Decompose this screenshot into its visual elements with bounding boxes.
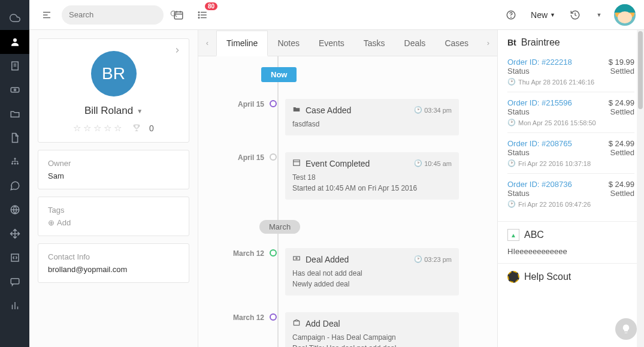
- order-amount: $ 24.99: [609, 139, 634, 148]
- reports-icon[interactable]: [0, 294, 29, 318]
- left-nav-rail: [0, 0, 29, 347]
- order-item[interactable]: Order ID: #222218$ 19.99StatusSettled🕑 T…: [507, 52, 634, 92]
- tab-cases[interactable]: Cases: [435, 30, 478, 56]
- timeline-card[interactable]: Case Added 🕑03:34 pm fasdfasd: [285, 99, 459, 135]
- move-icon[interactable]: [0, 222, 29, 246]
- svg-point-29: [511, 17, 512, 17]
- timeline-title: Deal Added: [306, 255, 414, 264]
- cloud-icon[interactable]: [0, 6, 29, 30]
- org-icon[interactable]: [0, 150, 29, 174]
- timeline-body: Campaign - Has Deal Campaign Deal Title:…: [292, 332, 452, 347]
- timeline-item: March 12 Deal Added 🕑03:23 pm Has deal n…: [198, 248, 489, 295]
- widgets-panel: BtBraintree Order ID: #222218$ 19.99Stat…: [497, 30, 644, 347]
- order-item[interactable]: Order ID: #215596$ 24.99StatusSettled🕑 M…: [507, 92, 634, 132]
- owner-value: Sam: [48, 171, 179, 180]
- company-icon[interactable]: [0, 54, 29, 78]
- order-amount: $ 19.99: [609, 58, 634, 67]
- search-input[interactable]: [69, 10, 170, 19]
- tab-scroll-left[interactable]: ‹: [198, 30, 216, 56]
- timeline-body: Has deal not add deal Newly added deal: [292, 268, 452, 289]
- svg-rect-34: [294, 321, 299, 325]
- order-status-label: Status: [507, 148, 530, 157]
- owner-label: Owner: [48, 159, 179, 168]
- clock-icon: 🕑: [414, 255, 422, 263]
- braintree-title: Braintree: [521, 37, 560, 48]
- order-item[interactable]: Order ID: #208765$ 24.99StatusSettled🕑 F…: [507, 132, 634, 173]
- scrollbar[interactable]: [637, 30, 644, 347]
- globe-icon[interactable]: [0, 198, 29, 222]
- clock-icon: 🕑: [507, 119, 516, 126]
- more-icon[interactable]: ▼: [590, 6, 608, 24]
- order-amount: $ 24.99: [609, 180, 634, 189]
- timeline-dot: [270, 153, 277, 161]
- tags-label: Tags: [48, 206, 179, 215]
- timeline-title: Case Added: [306, 105, 414, 115]
- folder-icon[interactable]: [0, 102, 29, 126]
- hint-fab[interactable]: [615, 318, 637, 340]
- chat-icon[interactable]: [0, 174, 29, 198]
- tab-scroll-right[interactable]: ›: [479, 30, 497, 56]
- contact-name-dropdown[interactable]: Bill Roland ▼: [48, 105, 179, 117]
- timeline-item: March 12 Add Deal Campaign - Has Deal Ca…: [198, 312, 489, 347]
- order-date: 🕑 Thu Apr 28 2016 21:46:16: [507, 78, 634, 86]
- notification-badge: 80: [205, 2, 217, 10]
- timeline-card[interactable]: Add Deal Campaign - Has Deal Campaign De…: [285, 312, 459, 347]
- deals-icon[interactable]: [0, 78, 29, 102]
- now-marker: Now: [261, 67, 297, 82]
- search-box[interactable]: [62, 5, 164, 25]
- order-status-value: Settled: [610, 107, 634, 116]
- timeline-dot: [270, 100, 277, 107]
- order-item[interactable]: Order ID: #208736$ 24.99StatusSettled🕑 F…: [507, 173, 634, 214]
- add-tag-button[interactable]: ⊕ Add: [48, 218, 179, 227]
- abc-title: ABC: [524, 230, 544, 240]
- timeline-date: April 15: [198, 152, 269, 200]
- expand-icon[interactable]: [173, 46, 182, 56]
- tab-tasks[interactable]: Tasks: [354, 30, 395, 56]
- detail-tabs: ‹ Timeline Notes Events Tasks Deals Case…: [198, 30, 497, 56]
- timeline-scroll[interactable]: Now April 15 Case Added 🕑03:34 pm fasdfa…: [198, 56, 497, 347]
- tasks-icon[interactable]: 80: [193, 6, 211, 24]
- tab-deals[interactable]: Deals: [395, 30, 436, 56]
- timeline-dot: [270, 313, 277, 321]
- braintree-logo: Bt: [507, 38, 516, 47]
- timeline-dot: [270, 249, 277, 257]
- star-rating[interactable]: ☆☆☆☆☆: [73, 123, 124, 134]
- tab-timeline[interactable]: Timeline: [216, 31, 268, 56]
- new-button[interactable]: New ▼: [526, 10, 560, 20]
- contact-icon[interactable]: [0, 30, 29, 54]
- tags-card: Tags ⊕ Add: [38, 197, 189, 236]
- comment-icon[interactable]: [0, 270, 29, 294]
- menu-toggle-icon[interactable]: [38, 6, 56, 24]
- calendar-icon: [292, 158, 301, 168]
- money-icon: [292, 254, 301, 264]
- tab-events[interactable]: Events: [309, 30, 354, 56]
- timeline-card[interactable]: Deal Added 🕑03:23 pm Has deal not add de…: [285, 248, 459, 295]
- svg-point-26: [198, 14, 199, 16]
- code-icon[interactable]: [0, 246, 29, 270]
- help-icon[interactable]: [502, 6, 520, 24]
- svg-point-33: [296, 258, 297, 259]
- timeline-card[interactable]: Event Completed 🕑10:45 am Test 18 Starte…: [285, 152, 459, 200]
- svg-point-0: [13, 38, 17, 42]
- new-label: New: [531, 10, 548, 20]
- svg-rect-11: [11, 254, 19, 261]
- svg-point-27: [198, 17, 199, 18]
- tab-notes[interactable]: Notes: [268, 30, 309, 56]
- svg-rect-4: [11, 87, 19, 92]
- timeline-panel: ‹ Timeline Notes Events Tasks Deals Case…: [198, 30, 497, 347]
- document-icon[interactable]: [0, 126, 29, 150]
- calendar-icon[interactable]: [170, 6, 188, 24]
- svg-rect-32: [294, 257, 300, 260]
- score-value: 0: [149, 123, 154, 133]
- svg-point-6: [14, 158, 16, 159]
- user-avatar[interactable]: [614, 4, 636, 26]
- clock-icon: 🕑: [507, 159, 516, 167]
- contact-info-card: Contact Info brolland@yopmail.com: [38, 243, 189, 283]
- svg-point-25: [198, 11, 199, 13]
- svg-rect-12: [11, 279, 19, 284]
- chevron-down-icon: ▼: [550, 12, 555, 18]
- month-marker: March: [259, 220, 300, 234]
- order-status-value: Settled: [610, 189, 634, 198]
- order-id: Order ID: #208736: [507, 180, 572, 189]
- history-icon[interactable]: [566, 6, 584, 24]
